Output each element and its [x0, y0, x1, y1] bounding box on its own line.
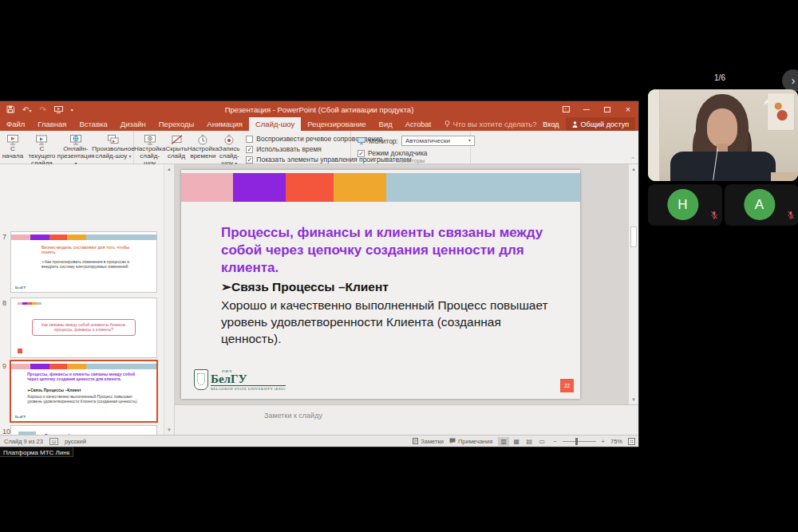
mini-color-bar — [18, 302, 41, 305]
lightbulb-icon — [444, 120, 450, 128]
slideshow-view-button[interactable]: ▭ — [536, 437, 547, 446]
notes-pane[interactable]: Заметки к слайду — [175, 404, 638, 435]
monitor-select[interactable]: Автоматически ▾ — [401, 136, 475, 146]
rehearse-timings-icon — [197, 133, 208, 146]
zoom-in-button[interactable]: + — [602, 438, 605, 445]
ribbon-group-start-slideshow: С начала С текущего слайда Онлайн-презен… — [0, 131, 134, 164]
tab-design[interactable]: Дизайн — [114, 117, 152, 131]
redo-icon[interactable]: ↷ — [39, 105, 45, 114]
custom-slideshow-button[interactable]: Произвольное слайд-шоу ▾ — [93, 132, 133, 160]
hide-slide-icon — [171, 133, 183, 146]
tab-insert[interactable]: Вставка — [73, 117, 114, 131]
tab-animations[interactable]: Анимация — [200, 117, 249, 131]
zoom-slider-handle[interactable] — [575, 438, 578, 445]
current-slide: Процессы, финансы и клиенты связаны межд… — [181, 170, 580, 399]
wall-picture — [768, 93, 794, 130]
record-slideshow-button[interactable]: Запись слайд-шоу ▾ — [219, 132, 239, 167]
reading-view-button[interactable]: ▤ — [523, 437, 535, 446]
rehearse-timings-button[interactable]: Настройка времени — [188, 132, 219, 160]
thumb-number: 9 — [2, 362, 10, 370]
tab-home[interactable]: Главная — [31, 117, 73, 131]
group-label-monitors: Мониторы — [351, 157, 470, 164]
monitor-icon — [358, 137, 365, 144]
comment-icon — [449, 438, 456, 444]
slide-color-bar — [11, 364, 156, 369]
from-current-slide-button[interactable]: С текущего слайда — [26, 132, 58, 167]
zoom-level[interactable]: 75% — [610, 438, 622, 445]
powerpoint-window: ↶▾ ↷ ▾ Презентация - PowerPoint (Сбой ак… — [0, 101, 638, 447]
screen: ↶▾ ↷ ▾ Презентация - PowerPoint (Сбой ак… — [0, 0, 798, 532]
chevron-down-icon: ▾ — [468, 139, 471, 143]
editor-scrollbar[interactable]: ▴ ▾ — [629, 164, 638, 404]
scroll-down-icon[interactable]: ▾ — [164, 427, 174, 433]
close-button[interactable]: × — [618, 101, 638, 117]
slide-thumbnail-9-selected[interactable]: Процессы, финансы и клиенты связаны межд… — [11, 361, 156, 421]
language-indicator[interactable]: русский — [65, 438, 86, 445]
speaker-video-tile[interactable] — [648, 89, 798, 181]
normal-view-button[interactable]: ▥ — [498, 437, 509, 446]
share-button[interactable]: Общий доступ — [566, 117, 635, 131]
status-bar: Слайд 9 из 23 ⊡ русский Заметки Примечан… — [0, 435, 638, 447]
slide-thumbnail-7[interactable]: Бизнес-модель составляют для того, чтобы… — [11, 232, 156, 292]
slide-sorter-view-button[interactable]: ▦ — [511, 437, 522, 446]
thumb-number: 8 — [2, 299, 10, 307]
next-videos-button[interactable]: › — [782, 69, 798, 92]
comments-button[interactable]: Примечания — [449, 438, 492, 445]
tab-transitions[interactable]: Переходы — [152, 117, 201, 131]
ribbon-tabs: Файл Главная Вставка Дизайн Переходы Ани… — [0, 117, 638, 131]
undo-icon[interactable]: ↶▾ — [22, 105, 31, 114]
tab-slideshow[interactable]: Слайд-шоу — [249, 117, 301, 131]
notes-placeholder: Заметки к слайду — [264, 412, 322, 420]
slide-thumbnail-10[interactable]: Процессы, финансы и клиенты связаны межд… — [11, 426, 156, 435]
participant-tile[interactable]: H — [648, 184, 722, 226]
qat-customize-icon[interactable]: ▾ — [71, 107, 73, 112]
tab-view[interactable]: Вид — [373, 117, 399, 131]
from-beginning-button[interactable]: С начала — [0, 132, 26, 160]
scroll-down-icon[interactable]: ▾ — [629, 396, 638, 403]
tab-file[interactable]: Файл — [0, 117, 31, 131]
tab-acrobat[interactable]: Acrobat — [399, 117, 438, 131]
online-presentation-button[interactable]: Онлайн-презентация ▾ — [58, 132, 93, 167]
ribbon-display-options-button[interactable]: ↑ — [555, 101, 576, 117]
zoom-slider[interactable] — [563, 441, 596, 442]
setup-slideshow-button[interactable]: Настройка слайд-шоу — [134, 132, 165, 167]
video-page-indicator: 1/6 — [696, 73, 744, 82]
checkbox-box — [246, 136, 253, 143]
hide-slide-button[interactable]: Скрыть слайд — [165, 132, 187, 160]
checkbox-box: ✓ — [246, 156, 253, 164]
slide-title: Процессы, финансы и клиенты связаны межд… — [221, 224, 556, 277]
monitor-label: Монитор: — [369, 137, 398, 145]
zoom-out-button[interactable]: − — [553, 438, 556, 445]
participant-tile[interactable]: A — [725, 184, 798, 226]
record-slideshow-icon — [223, 133, 235, 146]
thumbnail-scrollbar[interactable]: ▴ ▾ — [164, 164, 175, 435]
checkbox-box: ✓ — [246, 146, 253, 153]
scrollbar-thumb[interactable] — [630, 227, 637, 247]
scroll-up-icon[interactable]: ▴ — [629, 164, 638, 172]
slide-thumbnail-8[interactable]: Как связаны между собой элементы бизнеса… — [11, 298, 156, 357]
checkbox-presenter-view[interactable]: ✓ Режим докладчика — [358, 149, 475, 157]
tell-me-box[interactable]: Что вы хотите сделать? — [438, 117, 543, 131]
start-slideshow-icon[interactable] — [54, 106, 63, 113]
sign-in-button[interactable]: Вход — [536, 117, 565, 131]
belgu-shield-icon — [194, 369, 208, 390]
minimize-button[interactable] — [576, 101, 597, 117]
tab-review[interactable]: Рецензирование — [301, 117, 372, 131]
scroll-up-icon[interactable]: ▴ — [164, 164, 174, 172]
pin-icon[interactable] — [761, 96, 770, 110]
mic-muted-icon — [787, 208, 795, 223]
slide-page-number: 22 — [560, 379, 574, 392]
restore-button[interactable] — [597, 101, 618, 117]
from-beginning-icon — [6, 133, 19, 146]
notes-toggle-button[interactable]: Заметки — [413, 438, 444, 445]
collapse-ribbon-icon[interactable]: › — [629, 157, 637, 160]
chevron-right-icon: › — [792, 74, 796, 87]
fit-to-window-button[interactable] — [628, 438, 635, 445]
online-presentation-icon — [69, 133, 82, 146]
title-bar: ↶▾ ↷ ▾ Презентация - PowerPoint (Сбой ак… — [0, 101, 638, 117]
slide-heading: ➢Связь Процессы –Клиент — [221, 280, 556, 294]
accessibility-icon[interactable]: ⊡ — [49, 438, 58, 445]
slide-color-bar — [181, 173, 580, 202]
save-icon[interactable] — [6, 105, 14, 113]
person-icon — [572, 121, 578, 128]
